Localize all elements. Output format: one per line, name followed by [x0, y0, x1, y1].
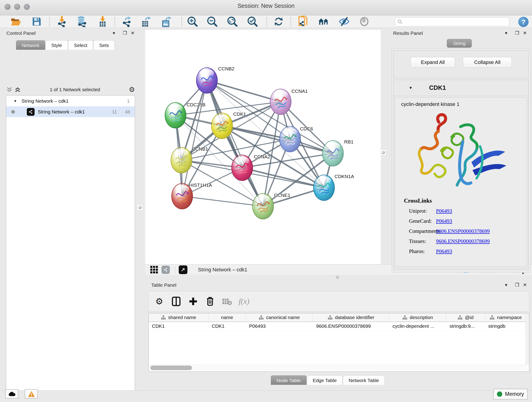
- collapse-all-chevron-icon[interactable]: [14, 87, 21, 93]
- table-row[interactable]: CDK1CDK1P064939606.ENSP00000378699cyclin…: [149, 322, 529, 331]
- tab-network-table[interactable]: Network Table: [343, 375, 385, 385]
- table-vertical-scrollbar[interactable]: [526, 313, 529, 365]
- table-cell[interactable]: 9606.ENSP00000378699: [313, 322, 389, 331]
- table-panel-close-icon[interactable]: ✕: [522, 282, 528, 288]
- control-panel-collapse-icon[interactable]: ▾: [111, 30, 117, 36]
- crosslink-link[interactable]: P06493: [436, 218, 452, 224]
- control-panel-close-icon[interactable]: ✕: [130, 30, 136, 36]
- collapse-all-button[interactable]: Collapse All: [463, 57, 512, 68]
- network-options-gear-icon[interactable]: ⚙: [129, 86, 135, 93]
- column-header-description[interactable]: description: [389, 313, 446, 322]
- delete-column-trash-icon[interactable]: [204, 295, 216, 308]
- import-network-database-button[interactable]: [76, 16, 87, 27]
- cloud-status-button[interactable]: [5, 389, 18, 399]
- toolbar-search[interactable]: [395, 17, 509, 26]
- import-table-file-button[interactable]: [97, 16, 108, 27]
- column-header-id[interactable]: @id: [446, 313, 485, 322]
- table-cell[interactable]: CDK1: [209, 322, 246, 331]
- table-cell[interactable]: stringdb:9...: [446, 322, 485, 331]
- birdseye-grid-icon[interactable]: [150, 266, 158, 274]
- control-panel-float-icon[interactable]: ❐: [122, 30, 128, 36]
- crosslink-link[interactable]: P06493: [436, 249, 452, 254]
- collection-expand-icon[interactable]: ▼: [13, 99, 17, 103]
- table-panel-float-icon[interactable]: ❐: [514, 282, 520, 288]
- table-cell[interactable]: P06493: [246, 322, 313, 331]
- scrollbar-thumb[interactable]: [150, 366, 192, 370]
- network-node-cdc25b[interactable]: [165, 102, 186, 128]
- protein-collapse-icon[interactable]: ▼: [409, 86, 413, 90]
- network-node-ccna1[interactable]: [270, 89, 291, 115]
- network-node-ccnb2[interactable]: [196, 67, 218, 94]
- create-column-plus-icon[interactable]: [187, 295, 200, 308]
- zoom-fit-button[interactable]: [227, 16, 238, 27]
- function-builder-icon[interactable]: f(x): [238, 295, 250, 308]
- tab-sets[interactable]: Sets: [94, 40, 114, 50]
- results-panel-float-icon[interactable]: ❐: [514, 30, 520, 36]
- column-header-namespace[interactable]: namespace: [485, 313, 527, 322]
- results-panel-close-icon[interactable]: ✕: [522, 30, 528, 36]
- left-panel-splitter-handle[interactable]: [137, 204, 143, 211]
- crosslink-link[interactable]: 9606.ENSP00000378699: [436, 238, 490, 244]
- node-attribute-table[interactable]: shared namename canonical name database …: [148, 313, 529, 372]
- export-network-button[interactable]: [121, 16, 132, 27]
- show-columns-icon[interactable]: [170, 295, 183, 308]
- table-panel-collapse-icon[interactable]: ▾: [503, 282, 509, 288]
- expand-all-button[interactable]: Expand All: [411, 57, 455, 68]
- network-collection-row[interactable]: ▼ String Network – cdk1 1: [6, 96, 135, 106]
- right-panel-splitter-handle[interactable]: [380, 149, 386, 155]
- network-node-rb1[interactable]: [322, 140, 344, 166]
- results-panel-collapse-icon[interactable]: ▾: [503, 30, 509, 36]
- export-image-button[interactable]: [161, 16, 172, 27]
- first-neighbors-button[interactable]: [318, 16, 329, 27]
- network-edge-count: 48: [125, 109, 130, 115]
- tab-string[interactable]: String: [447, 39, 472, 48]
- tab-select[interactable]: Select: [68, 40, 93, 50]
- memory-button[interactable]: Memory: [493, 389, 528, 400]
- node-label-cdkn1a: CDKN1A: [335, 174, 354, 179]
- table-cell[interactable]: CDK1: [149, 322, 209, 331]
- network-canvas[interactable]: CCNB2 CCNA1 CDC25B CDK1 CDC6 RB1 CCNB1: [145, 30, 381, 264]
- show-all-button[interactable]: [359, 16, 370, 27]
- column-header-shared-name[interactable]: shared name: [149, 313, 209, 322]
- protein-card-header[interactable]: ▼ CDK1: [394, 80, 528, 96]
- save-session-button[interactable]: [31, 16, 42, 27]
- network-node-cdkn1a[interactable]: [313, 175, 335, 201]
- crosslink-link[interactable]: 9606.ENSP00000378699: [436, 228, 490, 234]
- zoom-selected-button[interactable]: [247, 16, 258, 27]
- table-cell[interactable]: stringdb: [485, 322, 527, 331]
- open-session-button[interactable]: [11, 16, 22, 27]
- network-node-ccnb1[interactable]: [171, 147, 192, 173]
- string-view-icon[interactable]: [162, 266, 170, 274]
- new-network-from-selection-button[interactable]: [298, 16, 309, 27]
- delete-table-icon[interactable]: [221, 295, 234, 308]
- zoom-out-button[interactable]: [207, 16, 218, 27]
- export-table-button[interactable]: [140, 16, 152, 27]
- network-row[interactable]: String Network – cdk1 11 48: [6, 106, 135, 117]
- expand-all-chevron-icon[interactable]: [6, 87, 13, 93]
- column-header-canonical-name[interactable]: canonical name: [246, 313, 313, 322]
- documents-share-icon: [298, 16, 309, 27]
- network-node-ccna2[interactable]: [231, 155, 253, 181]
- network-node-ccne1[interactable]: [252, 193, 274, 219]
- tab-node-table[interactable]: Node Table: [271, 375, 307, 385]
- column-header-database-identifier[interactable]: database identifier: [313, 313, 389, 322]
- refresh-view-button[interactable]: [273, 16, 284, 27]
- search-input[interactable]: [403, 19, 509, 24]
- zoom-in-button[interactable]: [187, 16, 198, 27]
- column-header-name[interactable]: name: [209, 313, 246, 322]
- crosslink-link[interactable]: P06493: [436, 208, 452, 214]
- detach-view-button[interactable]: [179, 265, 187, 274]
- table-cell[interactable]: cyclin-dependent ...: [389, 322, 446, 331]
- table-toolbar: ⚙ f(x): [148, 291, 529, 312]
- help-button[interactable]: ?: [518, 17, 529, 27]
- warning-status-button[interactable]: [25, 389, 38, 399]
- hide-selection-button[interactable]: [339, 16, 350, 27]
- table-options-gear-icon[interactable]: ⚙: [153, 295, 166, 308]
- network-node-cdc6[interactable]: [279, 126, 301, 152]
- network-node-cdk1[interactable]: [211, 113, 233, 139]
- tab-network[interactable]: Network: [16, 40, 45, 50]
- tab-edge-table[interactable]: Edge Table: [307, 375, 342, 385]
- tab-style[interactable]: Style: [46, 40, 68, 50]
- import-network-file-button[interactable]: [56, 16, 67, 27]
- table-horizontal-scrollbar[interactable]: [149, 365, 527, 370]
